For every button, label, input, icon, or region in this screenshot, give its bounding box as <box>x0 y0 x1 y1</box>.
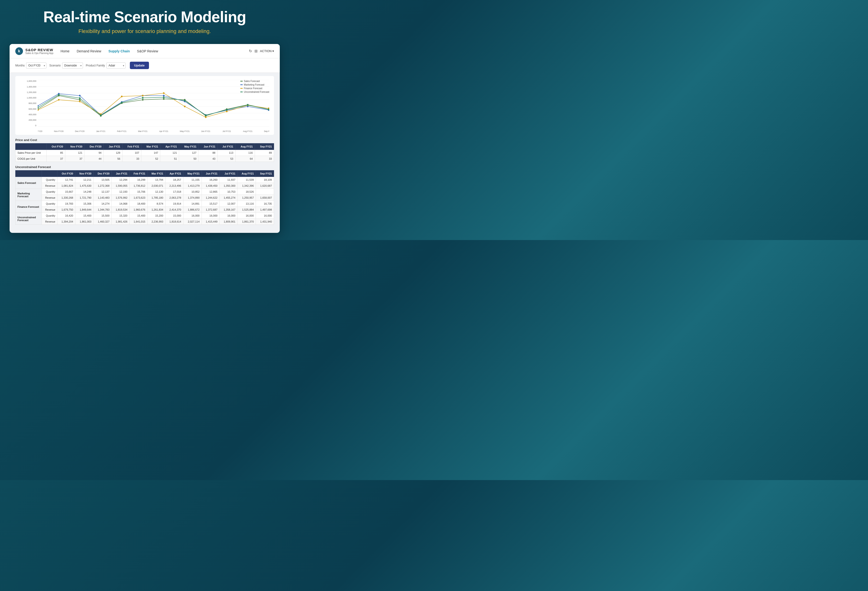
page-header: Real-time Scenario Modeling Flexibility … <box>0 0 289 39</box>
chart-legend: Sales Forecast Marketing Forecast Financ… <box>240 80 269 93</box>
cell: 15,500 <box>93 213 112 219</box>
cell: 2,414,370 <box>165 207 183 213</box>
product-family-select[interactable]: Adair <box>106 62 125 69</box>
nav-link-home[interactable]: Home <box>61 48 69 54</box>
cell: 1,721,790 <box>75 195 93 201</box>
cell: 15,667 <box>58 189 75 195</box>
cell: 64 <box>235 156 255 162</box>
col-header-dec-fy20: Dec FY20 <box>84 143 103 150</box>
cell: 1,374,890 <box>183 195 202 201</box>
scenario-label: Scenario <box>49 64 61 67</box>
svg-point-39 <box>184 106 186 108</box>
chart-inner: 1,600,000 1,400,000 1,200,000 1,000,000 … <box>20 80 269 133</box>
cell: 1,590,055 <box>111 183 129 189</box>
cell: 1,330,268 <box>58 195 75 201</box>
row-label-cogs: COGS per Unit <box>16 156 47 162</box>
col-header-jun-fy21: Jun FY21 <box>198 143 217 150</box>
months-select[interactable]: Oct FY20 <box>26 62 46 69</box>
col-header-aug-fy21: Aug FY21 <box>235 143 255 150</box>
cell: 12,007 <box>220 201 238 207</box>
cell: 16,735 <box>256 201 274 207</box>
y-label-0: 1,600,000 <box>20 80 36 82</box>
uc-col-dec-fy20: Dec FY20 <box>93 171 112 177</box>
cell: 1,350,300 <box>220 183 238 189</box>
chart-area: 1,600,000 1,400,000 1,200,000 1,000,000 … <box>15 76 274 135</box>
cell: 1,641,015 <box>129 219 147 225</box>
legend-label-marketing: Marketing Forecast <box>244 83 264 86</box>
cell: 1,981,426 <box>111 219 129 225</box>
svg-point-49 <box>142 97 144 99</box>
table-row: Finance ForecastQuantity19,78315,30614,2… <box>16 201 274 207</box>
legend-label-unconstrained: Unconstrained Forecast <box>244 91 269 93</box>
cell: 2,063,278 <box>165 195 183 201</box>
svg-point-45 <box>58 94 59 96</box>
cell: 2,236,993 <box>147 219 165 225</box>
svg-point-34 <box>79 101 81 102</box>
scenario-select-wrap: Downside <box>62 62 83 69</box>
app-logo-icon: k <box>15 47 23 55</box>
cell: 33 <box>122 156 141 162</box>
svg-point-13 <box>142 99 144 101</box>
cell: 94 <box>84 150 103 156</box>
cell: 1,344,783 <box>93 207 112 213</box>
export-icon[interactable]: ⊞ <box>254 49 258 53</box>
refresh-icon[interactable]: ↻ <box>249 49 252 53</box>
table-row: Revenue1,679,7501,849,6441,344,7831,819,… <box>16 207 274 213</box>
col-header-feb-fy21: Feb FY21 <box>122 143 141 150</box>
svg-point-37 <box>142 95 144 97</box>
cell: 1,620,687 <box>256 183 274 189</box>
cell: 15,400 <box>75 213 93 219</box>
svg-point-41 <box>226 111 227 112</box>
cell: 1,658,007 <box>256 195 274 201</box>
cell: 16,299 <box>129 177 147 183</box>
col-header-may-fy21: May FY21 <box>179 143 198 150</box>
cell: 18,257 <box>165 177 183 183</box>
update-button[interactable]: Update <box>130 62 149 69</box>
cell: 1,358,167 <box>220 207 238 213</box>
cell: 12,294 <box>111 177 129 183</box>
scenario-filter-group: Scenario Downside <box>49 62 83 69</box>
table-row: Unconstrained ForecastQuantity16,42015,4… <box>16 213 274 219</box>
cell: 44 <box>84 156 103 162</box>
unconstrained-table-wrap: Oct FY20 Nov FY20 Dec FY20 Jan FY21 Feb … <box>15 170 274 225</box>
cell: 89 <box>255 150 274 156</box>
cell: 12,137 <box>93 189 112 195</box>
scenario-select[interactable]: Downside <box>62 62 83 69</box>
col-header-empty <box>16 143 47 150</box>
cell: 12,193 <box>111 189 129 195</box>
cell: 13,505 <box>93 177 112 183</box>
cell: 16,000 <box>238 213 256 219</box>
svg-text:Nov FY20: Nov FY20 <box>54 130 63 133</box>
legend-unconstrained-forecast: Unconstrained Forecast <box>240 91 269 93</box>
nav-bar: k S&OP REVIEW Sales & Ops Planning App H… <box>10 44 280 58</box>
cell: 16,000 <box>256 213 274 219</box>
cell: 1,960,676 <box>129 207 147 213</box>
cell: 88 <box>198 150 217 156</box>
chevron-down-icon: ▾ <box>272 49 274 53</box>
page-subtitle: Flexibility and power for scenario plann… <box>5 28 285 34</box>
cell: 19,783 <box>58 201 75 207</box>
months-filter-group: Months Oct FY20 <box>15 62 46 69</box>
cell: 18,526 <box>238 189 256 195</box>
cell: 1,673,623 <box>129 195 147 201</box>
product-family-label: Product Family <box>86 64 105 67</box>
months-label: Months <box>15 64 25 67</box>
svg-point-10 <box>79 99 81 101</box>
legend-label-sales: Sales Forecast <box>244 80 260 83</box>
cell: 121 <box>160 150 179 156</box>
cell: 1,819,534 <box>111 207 129 213</box>
page-title: Real-time Scenario Modeling <box>5 9 285 25</box>
y-label-5: 600,000 <box>20 108 36 110</box>
cell: 12,865 <box>202 189 220 195</box>
nav-link-sop-review[interactable]: S&OP Review <box>137 48 158 54</box>
nav-link-demand-review[interactable]: Demand Review <box>77 48 101 54</box>
cell: 1,394,204 <box>58 219 75 225</box>
legend-sales-forecast: Sales Forecast <box>240 80 269 83</box>
svg-point-46 <box>79 97 81 99</box>
nav-link-supply-chain[interactable]: Supply Chain <box>108 48 130 54</box>
action-button[interactable]: ACTION ▾ <box>260 49 274 53</box>
cell: 37 <box>47 156 65 162</box>
cell: 51 <box>160 156 179 162</box>
y-label-6: 400,000 <box>20 113 36 116</box>
product-family-filter-group: Product Family Adair <box>86 62 125 69</box>
